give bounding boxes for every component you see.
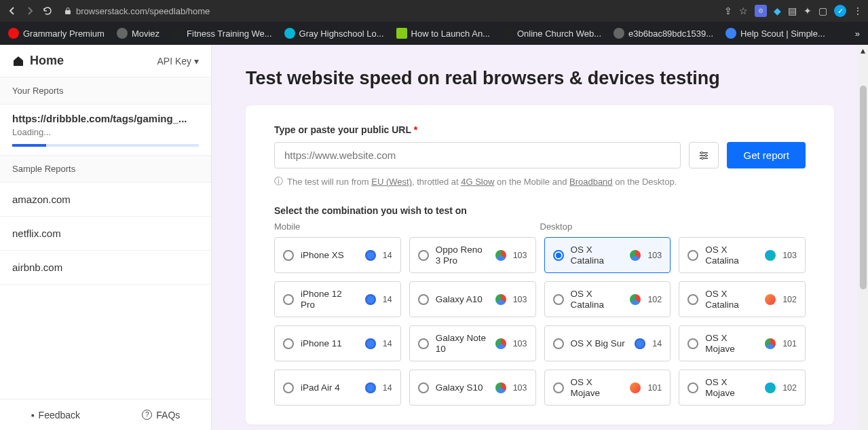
- safari-icon: [365, 250, 376, 261]
- device-option[interactable]: iPhone 1114: [274, 325, 401, 361]
- sample-report-item[interactable]: netflix.com: [0, 217, 211, 251]
- device-name: OS X Mojave: [571, 377, 624, 398]
- browser-version: 103: [513, 383, 527, 393]
- sidebar: Home API Key ▾ Your Reports https://drib…: [0, 45, 212, 430]
- forward-button[interactable]: [23, 4, 37, 18]
- desktop-header: Desktop: [540, 221, 806, 232]
- chevron-down-icon: ▾: [194, 56, 199, 67]
- chrome-icon: [765, 338, 776, 349]
- device-option[interactable]: OS X Catalina102: [679, 281, 806, 317]
- device-option[interactable]: Oppo Reno 3 Pro103: [409, 237, 536, 273]
- device-option[interactable]: iPhone XS14: [274, 237, 401, 273]
- throttle-link[interactable]: 4G Slow: [461, 177, 494, 187]
- browser-version: 14: [383, 295, 392, 304]
- browser-version: 102: [782, 295, 797, 304]
- home-label: Home: [30, 54, 64, 68]
- loading-progress: [12, 144, 199, 147]
- profile-icon[interactable]: ✓: [834, 5, 846, 17]
- radio-icon: [553, 382, 564, 393]
- device-option[interactable]: OS X Mojave102: [679, 370, 806, 406]
- radio-icon: [687, 382, 698, 393]
- device-option[interactable]: iPhone 12 Pro14: [274, 281, 401, 317]
- device-name: iPad Air 4: [301, 382, 358, 393]
- reload-button[interactable]: [41, 4, 54, 18]
- device-name: OS X Mojave: [705, 333, 758, 354]
- device-name: Oppo Reno 3 Pro: [436, 245, 489, 266]
- browser-version: 103: [513, 339, 527, 348]
- device-option[interactable]: Galaxy Note 10103: [409, 325, 536, 361]
- location-link[interactable]: EU (West): [371, 177, 412, 187]
- back-button[interactable]: [5, 4, 19, 18]
- settings-button[interactable]: [689, 142, 719, 168]
- sample-report-item[interactable]: airbnb.com: [0, 251, 211, 285]
- device-name: iPhone XS: [301, 250, 358, 261]
- radio-icon: [283, 294, 294, 305]
- broadband-link[interactable]: Broadband: [569, 177, 613, 187]
- bookmark-favicon-icon: [725, 28, 736, 39]
- bookmark-label: e3b6bac89bdc1539...: [628, 29, 713, 39]
- browser-version: 103: [647, 251, 662, 260]
- bookmark-label: Help Scout | Simple...: [740, 29, 825, 39]
- radio-icon: [418, 338, 429, 349]
- get-report-button[interactable]: Get report: [727, 142, 806, 168]
- current-report-status: Loading...: [12, 127, 199, 137]
- apikey-dropdown[interactable]: API Key ▾: [157, 56, 199, 67]
- feedback-link[interactable]: ▪ Feedback: [31, 410, 80, 420]
- device-option[interactable]: OS X Catalina103: [679, 237, 806, 273]
- bookmark-label: Gray Highschool Lo...: [299, 29, 384, 39]
- browser-version: 14: [383, 251, 392, 260]
- url-input[interactable]: [274, 142, 681, 168]
- chrome-icon: [495, 382, 506, 393]
- ext-icon-3[interactable]: ▤: [788, 5, 797, 16]
- device-option[interactable]: OS X Catalina102: [544, 281, 671, 317]
- bookmark-item[interactable]: Moviez: [117, 28, 159, 39]
- scrollbar-thumb[interactable]: [860, 86, 867, 289]
- ext-icon-1[interactable]: ⚙: [755, 5, 767, 17]
- menu-icon[interactable]: ⋮: [853, 5, 863, 16]
- device-name: OS X Mojave: [705, 377, 758, 398]
- device-option[interactable]: OS X Catalina103: [544, 237, 671, 273]
- bookmarks-overflow[interactable]: »: [855, 29, 860, 39]
- star-icon[interactable]: ☆: [739, 5, 748, 16]
- bookmark-item[interactable]: Help Scout | Simple...: [725, 28, 825, 39]
- bookmark-item[interactable]: e3b6bac89bdc1539...: [614, 28, 713, 39]
- device-option[interactable]: iPad Air 414: [274, 370, 401, 406]
- address-bar[interactable]: browserstack.com/speedlab/home: [58, 6, 720, 16]
- radio-icon: [553, 338, 564, 349]
- device-option[interactable]: OS X Mojave101: [679, 325, 806, 361]
- bookmark-item[interactable]: Fitness Training We...: [172, 28, 271, 39]
- safari-icon: [365, 338, 376, 349]
- current-report[interactable]: https://dribbble.com/tags/gaming_... Loa…: [0, 105, 211, 156]
- radio-icon: [283, 338, 294, 349]
- bookmark-item[interactable]: Grammarly Premium: [8, 28, 105, 39]
- device-option[interactable]: Galaxy S10103: [409, 370, 536, 406]
- chrome-icon: [495, 338, 506, 349]
- scrollbar-track[interactable]: ▴: [857, 45, 868, 430]
- device-name: Galaxy S10: [436, 382, 489, 393]
- device-grid-header: Mobile Desktop: [274, 221, 806, 232]
- device-option[interactable]: OS X Mojave101: [544, 370, 671, 406]
- share-icon[interactable]: ⇪: [724, 5, 732, 16]
- feedback-icon: ▪: [31, 410, 35, 420]
- device-name: iPhone 11: [301, 338, 358, 349]
- bookmark-item[interactable]: Gray Highschool Lo...: [284, 28, 384, 39]
- bookmark-item[interactable]: Online Church Web...: [502, 28, 601, 39]
- browser-version: 14: [383, 383, 392, 393]
- extensions-icon[interactable]: ✦: [804, 5, 812, 16]
- bookmark-label: Moviez: [132, 29, 159, 39]
- device-option[interactable]: OS X Big Sur14: [544, 325, 671, 361]
- bookmark-label: Grammarly Premium: [23, 29, 105, 39]
- svg-point-2: [705, 154, 707, 156]
- lock-icon: [64, 7, 72, 15]
- bookmark-favicon-icon: [614, 28, 624, 39]
- window-icon[interactable]: ▢: [818, 5, 827, 16]
- radio-icon: [553, 294, 564, 305]
- faqs-link[interactable]: ? FAQs: [142, 410, 180, 420]
- bookmark-favicon-icon: [284, 28, 295, 39]
- home-link[interactable]: Home: [12, 54, 64, 68]
- sample-report-item[interactable]: amazon.com: [0, 183, 211, 217]
- bookmark-item[interactable]: How to Launch An...: [396, 28, 490, 39]
- firefox-icon: [765, 294, 776, 305]
- device-option[interactable]: Galaxy A10103: [409, 281, 536, 317]
- ext-icon-2[interactable]: ◆: [774, 5, 781, 16]
